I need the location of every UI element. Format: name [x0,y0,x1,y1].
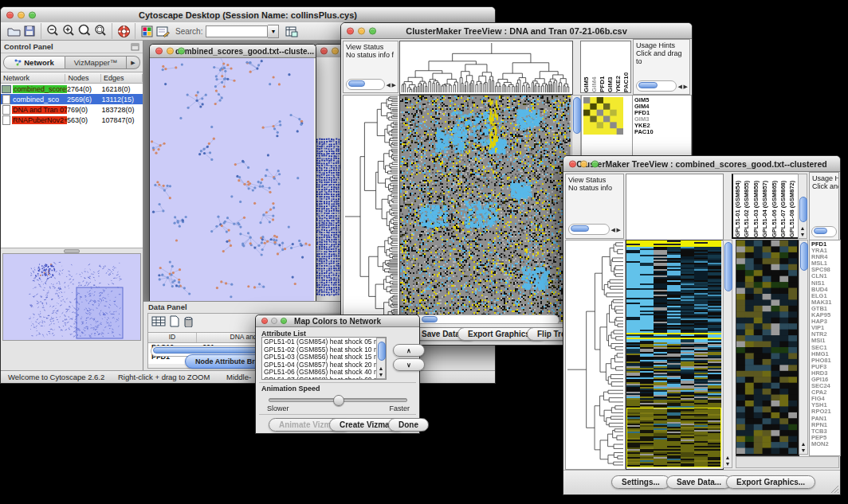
minimize-button[interactable] [580,160,587,167]
document-icon [2,105,10,115]
column-header[interactable]: Network [1,74,65,82]
vizmapper-grid-icon[interactable] [139,23,155,39]
network-edges-count: 107847(0) [102,116,143,124]
tv2-resize-area [736,456,839,468]
tab-more-arrow[interactable]: ▶ [127,56,140,69]
tv1-row-dendrogram[interactable] [343,95,400,325]
status-bar: Welcome to Cytoscape 2.6.2 Right-click +… [1,370,495,383]
tv2-settings-button[interactable]: Settings... [611,475,670,489]
tv1-usage-hints-text: Click and drag to [634,49,689,65]
zoom-selected-icon[interactable] [92,23,108,39]
zoom-button[interactable] [281,318,287,324]
column-header[interactable]: Edges [101,74,143,82]
tv1-column-dendrogram[interactable] [399,41,573,95]
close-button[interactable] [347,27,354,34]
tv2-zoom-vscrollbar[interactable]: ▲▼ [799,240,808,455]
close-button[interactable] [155,48,163,55]
tv1-view-status-label: View Status [344,41,398,51]
minimize-button[interactable] [332,48,339,55]
minimize-button[interactable] [271,318,277,324]
attribute-list-item[interactable]: GPL51-07 (GSM868) heat shock 60 min [264,377,384,381]
zoom-button[interactable] [591,160,599,167]
close-button[interactable] [261,318,268,324]
column-header[interactable]: ID [148,333,197,342]
move-up-button[interactable]: ∧ [393,344,425,357]
new-attribute-icon[interactable] [169,315,180,330]
treeview2-title-bar[interactable]: ClusterMaker TreeView : combined_scores_… [563,156,840,172]
open-file-icon[interactable] [6,23,22,39]
zoom-out-icon[interactable] [45,23,61,39]
tv1-gene-list: GIM5GIM4PFD1GIM3YKE2PAC10 [634,97,654,136]
network-view-window: combined_scores_good.txt--cluste... [149,44,316,302]
minimize-button[interactable] [358,27,365,34]
map-dialog-title-bar[interactable]: Map Colors to Network [256,315,419,327]
tv2-zoom-heatmap[interactable] [736,240,799,456]
attribute-list-vscrollbar[interactable]: ▲▼ [376,338,386,379]
minimize-button[interactable] [167,48,174,55]
tv1-usage-hints-label: Usage Hints [634,40,689,49]
tv1-usage-hints-panel: Usage Hints Click and drag to ◀ ▶ [633,39,690,95]
close-button[interactable] [6,11,14,18]
network-canvas[interactable] [150,58,314,301]
zoom-fit-icon[interactable] [77,23,92,39]
tv1-heatmap[interactable] [399,95,573,325]
tab-network[interactable]: Network [3,56,65,69]
tv2-collabels-vscrollbar[interactable]: ▲▼ [798,174,807,239]
network-window-title-bar[interactable]: combined_scores_good.txt--cluste... [150,45,316,58]
save-icon[interactable] [22,23,37,39]
minimize-button[interactable] [18,11,25,18]
help-lifering-icon[interactable] [116,23,132,39]
tv2-view-status-panel: View Status No status info ◀ ▶ [565,174,624,239]
attribute-listbox[interactable]: GPL51-01 (GSM854) heat shock 05 minGPL51… [261,337,387,380]
tv2-row-dendrogram[interactable] [565,240,626,470]
main-title-bar[interactable]: Cytoscape Desktop (Session Name: collins… [1,7,495,23]
column-header[interactable]: Nodes [65,74,101,82]
tv2-status-scrollbar[interactable] [568,224,610,235]
tv1-column-label: PFD1 [599,45,607,92]
network-table: combined_scores2764(0)16218(0)combined_s… [1,84,143,248]
done-button[interactable]: Done [388,418,429,432]
zoom-button[interactable] [29,11,36,18]
zoom-button[interactable] [369,27,376,34]
close-button[interactable] [569,160,576,167]
tv1-status-scrollbar[interactable] [346,79,385,90]
search-dropdown-icon[interactable]: ▼ [268,25,279,38]
network-nodes-count: 769(0) [67,106,102,114]
network-list-item[interactable]: DNA and Tran 07769(0)183728(0) [1,104,143,115]
network-list-item[interactable]: RNAPuberNov2+563(0)107847(0) [1,115,143,125]
float-panel-icon[interactable] [131,40,139,54]
network-list-item[interactable]: combined_sco2569(6)13112(15) [1,94,143,104]
tv2-heatmap[interactable] [626,240,724,470]
animation-speed-slider[interactable] [269,398,407,402]
tv1-column-label: GIM3 [607,45,614,92]
network-name: RNAPuberNov2+ [12,116,67,124]
tv1-usage-scrollbar[interactable] [636,80,677,92]
move-down-button[interactable]: ∨ [393,358,425,371]
network-list-item[interactable]: combined_scores2764(0)16218(0) [1,84,143,94]
slider-thumb[interactable] [333,395,344,406]
tv1-gene-label: PAC10 [634,129,654,135]
treeview1-title-bar[interactable]: ClusterMaker TreeView : DNA and Tran 07-… [341,23,692,39]
search-label: Search: [175,27,202,36]
network-tab-icon [14,59,22,66]
tab-vizmapper[interactable]: VizMapper™ [65,56,127,69]
delete-attribute-icon[interactable] [183,315,194,330]
map-dialog-title: Map Colors to Network [294,317,381,326]
birds-eye-view[interactable] [2,253,141,341]
treeview2-window: ClusterMaker TreeView : combined_scores_… [563,155,841,495]
resize-grip-icon[interactable] [830,484,839,494]
zoom-button[interactable] [178,48,185,55]
attribute-browser-icon[interactable] [284,23,300,39]
zoom-in-icon[interactable] [61,23,77,39]
tv2-usage-scrollbar[interactable] [811,226,837,237]
tv2-heatmap-vscrollbar[interactable]: ▲▼ [723,240,732,468]
tv1-selection-thumbnail[interactable] [583,97,623,135]
tv1-column-label: YKE2 [614,45,622,92]
close-button[interactable] [320,48,328,55]
search-input[interactable] [206,25,268,37]
tv2-column-dendrogram[interactable] [626,174,724,240]
table-mode-icon[interactable] [151,315,166,330]
tv2-save-data-button[interactable]: Save Data... [666,475,732,489]
annotation-icon[interactable] [155,23,171,39]
tv2-export-graphics-button[interactable]: Export Graphics... [726,475,815,489]
